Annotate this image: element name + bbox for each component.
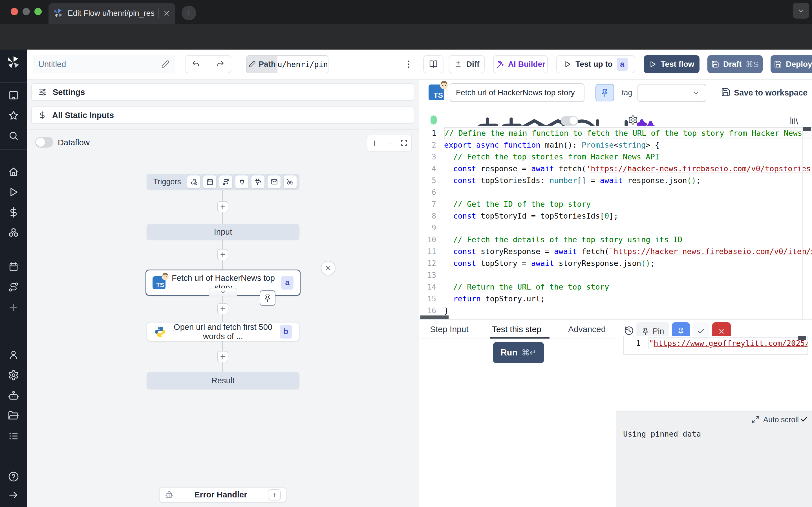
code-editor[interactable]: 1// Define the main function to fetch th… (419, 126, 812, 320)
save-icon[interactable] (721, 87, 730, 97)
library-icon[interactable] (789, 115, 799, 126)
docs-button[interactable] (423, 55, 444, 73)
auto-scroll-label[interactable]: Auto scroll (763, 415, 799, 424)
diff-button[interactable]: Diff (449, 55, 485, 73)
error-handler-node[interactable]: Error Handler (159, 487, 287, 503)
tab-close-icon[interactable] (163, 10, 170, 17)
new-tab-button[interactable] (182, 6, 196, 20)
traffic-light-close[interactable] (11, 8, 18, 15)
save-to-workspace-button[interactable]: Save to workspace (734, 88, 808, 98)
step-title-input[interactable] (450, 83, 585, 102)
pin-toggle-button[interactable] (596, 84, 614, 101)
tab-test-this-step[interactable]: Test this step (492, 325, 541, 334)
tab-advanced[interactable]: Advanced (568, 325, 606, 334)
edit-pencil-icon[interactable] (161, 60, 169, 68)
editor-vscrollbar-thumb[interactable] (803, 127, 811, 131)
ai-builder-button[interactable]: AI Builder (493, 55, 548, 73)
deploy-button[interactable]: Deploy (770, 55, 812, 73)
pinned-data-indicator[interactable] (260, 290, 275, 306)
history-icon[interactable] (624, 326, 634, 336)
sidebar-item-schedules[interactable] (8, 262, 19, 272)
sidebar-item-home[interactable] (8, 166, 19, 177)
webhook-icon (190, 178, 198, 186)
redo-button[interactable] (210, 56, 231, 73)
play-icon (564, 60, 571, 68)
run-button[interactable]: Run ⌘↵ (493, 342, 544, 363)
windmill-logo[interactable] (7, 56, 20, 69)
expand-node-chevron[interactable] (209, 288, 237, 296)
tag-label: tag (622, 89, 632, 97)
triggers-node[interactable]: Triggers (147, 174, 299, 190)
sidebar-item-favorites[interactable] (8, 110, 19, 121)
sidebar-item-workspace[interactable] (8, 90, 19, 101)
sidebar-item-variables[interactable] (8, 207, 19, 218)
more-options-icon[interactable] (403, 59, 414, 69)
save-icon (774, 60, 782, 68)
browser-tab-strip: Edit Flow u/henri/pin_results (0, 0, 812, 24)
auto-scroll-check-icon[interactable] (800, 415, 808, 424)
sidebar-item-triggers[interactable] (8, 282, 19, 292)
test-up-to-button[interactable]: Test up to a (556, 55, 635, 73)
dataflow-toggle[interactable] (35, 137, 53, 148)
insert-step-button[interactable] (217, 249, 229, 260)
draft-shortcut: ⌘S (746, 60, 759, 69)
step-b-title: Open url and fetch first 500 words of ..… (171, 323, 274, 341)
pinned-editor-scrollbar-thumb[interactable] (798, 336, 806, 340)
plug-icon (238, 178, 246, 186)
all-static-inputs-row[interactable]: All Static Inputs (31, 107, 414, 124)
sidebar-item-folders[interactable] (8, 410, 19, 421)
webhook-trigger-button[interactable] (187, 175, 200, 188)
test-flow-button[interactable]: Test flow (644, 55, 700, 73)
insert-step-button[interactable] (217, 303, 229, 314)
fit-view-icon[interactable] (401, 139, 408, 147)
flow-name-field[interactable]: Untitled (33, 55, 175, 73)
sliders-icon (38, 88, 47, 97)
step-node-b[interactable]: Open url and fetch first 500 words of ..… (147, 322, 299, 341)
traffic-light-zoom[interactable] (35, 8, 42, 15)
insert-step-button[interactable] (217, 351, 229, 362)
editor-toggle[interactable] (561, 116, 578, 126)
sidebar-item-runs[interactable] (8, 186, 19, 198)
sidebar-item-workers[interactable] (8, 390, 19, 401)
sidebar-item-help[interactable] (8, 471, 19, 482)
email-trigger-button[interactable] (267, 175, 281, 188)
sidebar-expand-icon[interactable] (8, 490, 19, 501)
expand-icon[interactable] (751, 415, 760, 424)
sidebar-item-settings[interactable] (8, 370, 19, 381)
sidebar-item-add[interactable] (8, 302, 19, 313)
editor-settings-icon[interactable] (628, 115, 638, 125)
tab-search-button[interactable] (793, 3, 809, 18)
tag-select[interactable] (638, 84, 706, 102)
sidebar-item-resources[interactable] (8, 227, 19, 238)
pinned-data-editor[interactable]: 1"https://www.geoffreylitt.com/2025/04/1… (623, 336, 808, 355)
schedule-trigger-button[interactable] (203, 175, 216, 188)
path-value[interactable]: u/henri/pin (277, 56, 328, 73)
add-error-handler-button[interactable] (268, 489, 281, 501)
settings-row[interactable]: Settings (31, 83, 414, 101)
undo-button[interactable] (186, 56, 206, 73)
sidebar-item-search[interactable] (8, 130, 19, 142)
traffic-light-minimize[interactable] (22, 8, 30, 15)
insert-step-button[interactable] (217, 201, 229, 212)
python-icon (154, 326, 166, 338)
tab-title: Edit Flow u/henri/pin_results (68, 9, 154, 18)
websocket-trigger-button[interactable] (236, 175, 248, 188)
zoom-in-icon[interactable] (371, 139, 378, 147)
result-node[interactable]: Result (147, 372, 299, 389)
draft-button[interactable]: Draft ⌘S (707, 55, 763, 73)
diff-icon (454, 60, 462, 68)
tabs-divider (419, 339, 616, 339)
tab-step-input[interactable]: Step Input (430, 325, 469, 334)
zoom-out-icon[interactable] (386, 139, 394, 147)
input-node[interactable]: Input (147, 224, 299, 240)
sidebar-item-logs[interactable] (8, 431, 19, 442)
poll-trigger-button[interactable] (284, 175, 297, 188)
step-test-area: Step Input Test this step Advanced Run ⌘… (419, 320, 616, 507)
browser-tab[interactable]: Edit Flow u/henri/pin_results (49, 3, 175, 24)
editor-hscrollbar-thumb[interactable] (420, 316, 449, 319)
remove-step-button[interactable] (321, 261, 336, 276)
kafka-trigger-button[interactable] (252, 175, 264, 188)
path-button[interactable]: Path (247, 56, 277, 73)
sidebar-item-users[interactable] (8, 349, 19, 360)
http-route-trigger-button[interactable] (219, 175, 232, 188)
